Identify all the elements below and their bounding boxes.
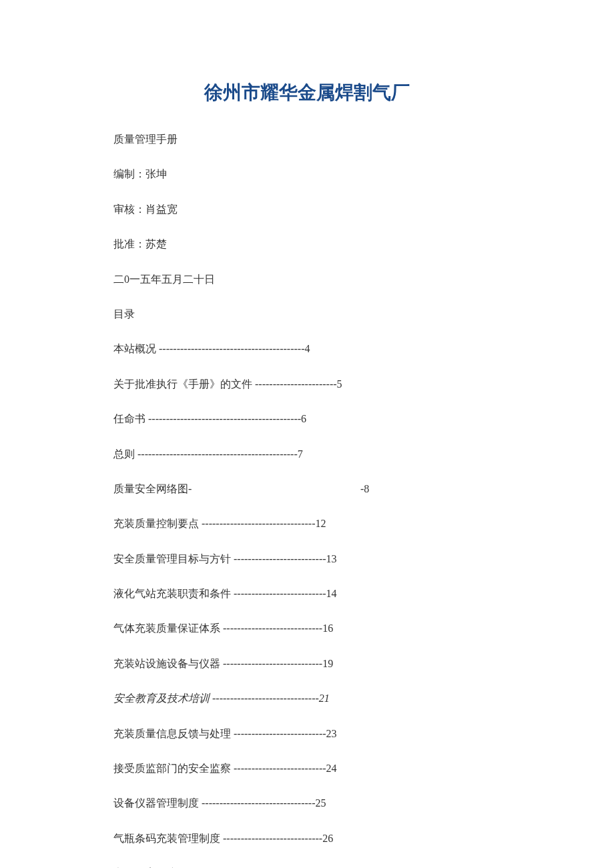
reviewed-by-line: 审核：肖益宽	[113, 202, 501, 217]
compiled-by-line: 编制：张坤	[113, 167, 501, 181]
document-title: 徐州市耀华金属焊割气厂	[113, 80, 501, 105]
toc-entry: 关于批准执行《手册》的文件 -----------------------5	[113, 377, 501, 392]
toc-entry: 气瓶条码充装管理制度 ----------------------------2…	[113, 831, 501, 846]
toc-entry: 气体充装质量保证体系 ----------------------------1…	[113, 621, 501, 636]
toc-entry: 接受质监部门的安全监察 --------------------------24	[113, 761, 501, 776]
toc-entry: 安全教育及技术培训 ------------------------------…	[113, 691, 501, 706]
toc-entry: 充装质量控制要点 -------------------------------…	[113, 516, 501, 531]
toc-entry: 充装质量信息反馈与处理 --------------------------23	[113, 727, 501, 741]
toc-entry: 充装站设施设备与仪器 ----------------------------1…	[113, 657, 501, 671]
document-page: 徐州市耀华金属焊割气厂 质量管理手册 编制：张坤 审核：肖益宽 批准：苏楚 二0…	[0, 0, 614, 868]
toc-heading: 目录	[113, 307, 501, 322]
date-line: 二0一五年五月二十日	[113, 272, 501, 287]
toc-entry-page: -8	[360, 482, 369, 496]
toc-entry: 设备仪器管理制度 -------------------------------…	[113, 796, 501, 811]
manual-line: 质量管理手册	[113, 132, 501, 147]
toc-entry: 液化气站充装职责和条件 --------------------------14	[113, 586, 501, 601]
toc-entry: 安全质量管理目标与方针 --------------------------13	[113, 552, 501, 566]
toc-entry-network: 质量安全网络图- -8	[113, 482, 501, 496]
toc-entry: 总则 -------------------------------------…	[113, 447, 501, 462]
toc-entry-label: 质量安全网络图-	[113, 482, 360, 496]
toc-entry: 本站概况 -----------------------------------…	[113, 342, 501, 356]
toc-entry: 任命书 ------------------------------------…	[113, 412, 501, 426]
approved-by-line: 批准：苏楚	[113, 237, 501, 252]
